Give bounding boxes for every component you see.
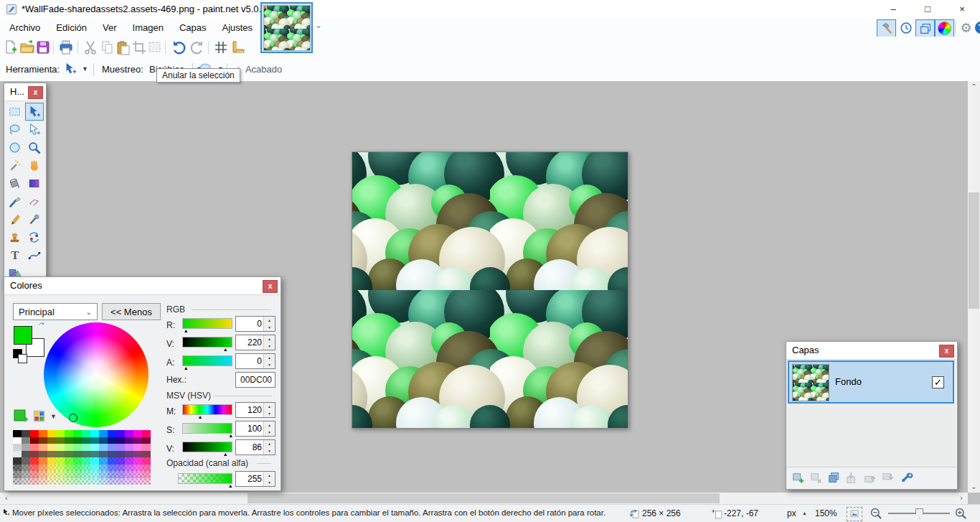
palette-swatch[interactable] <box>125 430 133 437</box>
palette-swatch[interactable] <box>22 444 30 451</box>
palette-swatch[interactable] <box>99 457 108 465</box>
palette-swatch[interactable] <box>82 444 90 451</box>
tool-rectangle-select[interactable] <box>6 103 24 121</box>
palette-swatch[interactable] <box>142 437 151 444</box>
palette-swatch[interactable] <box>142 451 151 458</box>
close-button[interactable]: × <box>947 0 977 19</box>
palette-swatch[interactable] <box>116 457 125 465</box>
tool-eraser[interactable] <box>25 192 44 210</box>
color-wheel-selector[interactable] <box>69 414 77 422</box>
palette-swatch[interactable] <box>47 457 56 465</box>
palette-swatch[interactable] <box>82 471 90 478</box>
palette-swatch[interactable] <box>99 465 108 472</box>
help-button[interactable]: ? <box>973 19 980 36</box>
scroll-up-icon[interactable]: ⌃ <box>968 81 980 93</box>
red-spinner[interactable]: 0 ▲▼ <box>235 316 275 332</box>
tool-pan-tool[interactable] <box>25 157 44 174</box>
cut-button[interactable] <box>82 39 98 55</box>
palette-swatch[interactable] <box>73 451 82 458</box>
tool-move-selection[interactable] <box>25 121 44 139</box>
palette-swatch[interactable] <box>125 465 133 472</box>
color-target-dropdown[interactable]: Principal ⌄ <box>13 303 98 320</box>
palette-swatch[interactable] <box>65 430 73 437</box>
palette-swatch[interactable] <box>39 471 47 478</box>
palette-swatch[interactable] <box>99 430 108 437</box>
palette-swatch[interactable] <box>56 444 65 451</box>
horizontal-scroll-thumb[interactable] <box>248 493 720 503</box>
layers-panel-toggle[interactable] <box>915 19 935 37</box>
scroll-down-icon[interactable]: ⌄ <box>968 481 980 493</box>
palette-swatch[interactable] <box>116 478 125 485</box>
menu-ver[interactable]: Ver <box>95 19 125 37</box>
palette-swatch[interactable] <box>133 451 142 458</box>
palette-swatch[interactable] <box>39 457 47 465</box>
palette-swatch[interactable] <box>39 444 47 451</box>
opacity-spinner[interactable]: 255 ▲▼ <box>235 471 275 487</box>
menu-imagen[interactable]: Imagen <box>125 19 171 37</box>
palette-swatch[interactable] <box>65 444 73 451</box>
palette-swatch[interactable] <box>65 465 73 472</box>
move-layer-down-button[interactable] <box>880 470 896 486</box>
palette-swatch[interactable] <box>116 437 125 444</box>
palette-swatch[interactable] <box>30 451 39 458</box>
menu-capas[interactable]: Capas <box>171 19 215 37</box>
palette-swatch[interactable] <box>39 451 47 458</box>
value-slider[interactable]: ▲ <box>182 442 232 452</box>
tool-text-tool[interactable]: T <box>6 246 24 264</box>
tool-lasso-select[interactable] <box>6 121 24 139</box>
palette-swatch[interactable] <box>133 444 142 451</box>
save-button[interactable] <box>34 39 51 55</box>
palette-swatch[interactable] <box>90 451 99 458</box>
palette-swatch[interactable] <box>13 471 22 478</box>
colors-panel-close-button[interactable]: x <box>263 280 278 293</box>
palette-swatch[interactable] <box>125 437 133 444</box>
palette-swatch[interactable] <box>56 430 65 437</box>
palette-swatch[interactable] <box>99 437 108 444</box>
zoom-slider-thumb[interactable] <box>915 508 923 518</box>
palette-swatch[interactable] <box>22 451 30 458</box>
tool-ellipse-select[interactable] <box>6 139 24 157</box>
value-spinner[interactable]: 86 ▲▼ <box>235 439 275 455</box>
zoom-out-icon[interactable] <box>870 507 883 521</box>
palette-swatch[interactable] <box>30 471 39 478</box>
blue-spinner[interactable]: 0 ▲▼ <box>235 353 275 369</box>
palette-swatch[interactable] <box>56 465 65 472</box>
palette-swatch[interactable] <box>108 451 116 458</box>
palette-swatch[interactable] <box>47 437 56 444</box>
palette-swatch[interactable] <box>142 465 151 472</box>
palette-swatch[interactable] <box>30 457 39 465</box>
palette-swatch[interactable] <box>13 457 22 465</box>
palette-swatch[interactable] <box>13 451 22 458</box>
palette-swatch[interactable] <box>13 465 22 472</box>
palette-swatch[interactable] <box>142 478 151 485</box>
palette-swatch[interactable] <box>39 437 47 444</box>
vertical-scrollbar[interactable]: ⌃ ⌄ <box>968 81 980 493</box>
layer-properties-button[interactable] <box>900 470 915 486</box>
palette-swatch[interactable] <box>90 478 99 485</box>
palette-swatch[interactable] <box>133 437 142 444</box>
palette-swatch[interactable] <box>125 471 133 478</box>
history-panel-toggle[interactable] <box>897 19 915 36</box>
palette-swatch[interactable] <box>116 451 125 458</box>
palette-swatch[interactable] <box>133 457 142 465</box>
saturation-slider[interactable]: ▲ <box>182 423 232 434</box>
zoom-to-window-button[interactable] <box>847 507 862 521</box>
palette-swatch[interactable] <box>73 430 82 437</box>
canvas[interactable] <box>352 152 628 429</box>
minimize-button[interactable]: – <box>878 0 908 19</box>
palette-swatch[interactable] <box>82 451 90 458</box>
palette-swatch[interactable] <box>47 451 56 458</box>
palette-swatch[interactable] <box>108 437 116 444</box>
opacity-slider[interactable]: ▲ <box>178 473 232 484</box>
duplicate-layer-button[interactable] <box>826 470 842 486</box>
palette-swatch[interactable] <box>125 444 133 451</box>
document-tab[interactable] <box>260 2 313 53</box>
tool-paintbrush[interactable] <box>6 192 24 210</box>
palette-swatch[interactable] <box>73 478 82 485</box>
palette-swatch[interactable] <box>56 471 65 478</box>
palette-swatch[interactable] <box>99 444 108 451</box>
maximize-button[interactable]: □ <box>913 0 943 19</box>
palette-swatch[interactable] <box>99 471 108 478</box>
menu-ajustes[interactable]: Ajustes <box>214 19 260 37</box>
palette-swatch[interactable] <box>56 478 65 485</box>
